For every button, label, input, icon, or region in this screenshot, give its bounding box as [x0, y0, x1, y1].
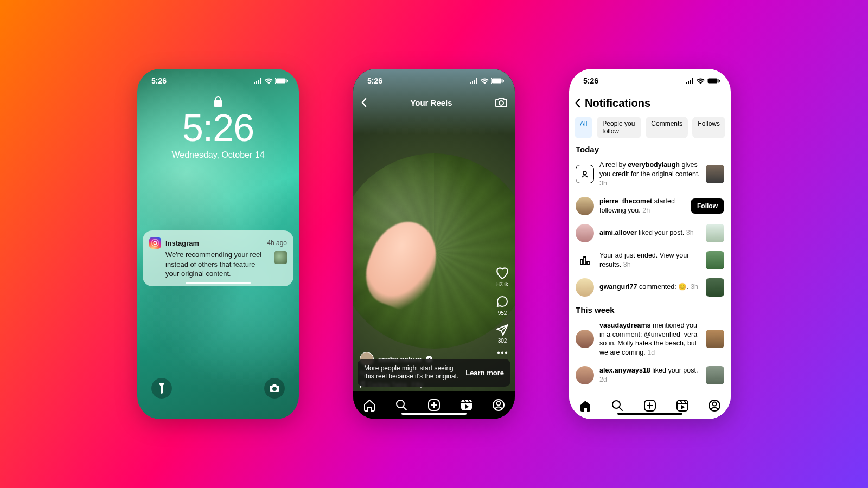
- battery-icon: [491, 78, 504, 84]
- mention-user: vasudaydreams: [599, 322, 651, 329]
- svg-rect-21: [719, 80, 720, 82]
- like2-user: alex.anyways18: [599, 367, 650, 374]
- comment-user: gwangurl77: [599, 283, 637, 291]
- notifications-list: A reel by everybodylaugh gives you credi…: [569, 156, 731, 301]
- reels-action-rail: 823k 952 302: [495, 266, 509, 354]
- home-indicator: [617, 413, 682, 415]
- toast-text: More people might start seeing this reel…: [364, 364, 460, 381]
- svg-rect-16: [461, 400, 472, 410]
- svg-point-27: [713, 402, 717, 406]
- section-thisweek: This week: [569, 301, 731, 317]
- filter-all[interactable]: All: [575, 117, 592, 138]
- back-icon[interactable]: [575, 98, 580, 108]
- notification-row-like[interactable]: aimi.allover liked your post. 3h: [576, 220, 724, 247]
- share-button[interactable]: 302: [496, 324, 509, 344]
- ad-icon: [576, 251, 594, 269]
- section-today: Today: [569, 140, 731, 156]
- share-icon: [496, 324, 509, 336]
- home-tab-icon[interactable]: [363, 399, 376, 412]
- profile-tab-icon[interactable]: [492, 399, 505, 412]
- lock-notification[interactable]: Instagram 4h ago We're recommending your…: [143, 230, 293, 286]
- comment-count: 952: [498, 310, 507, 316]
- wifi-icon: [481, 78, 489, 84]
- battery-icon: [707, 78, 720, 84]
- notification-row-ad[interactable]: Your ad just ended. View your results. 3…: [576, 247, 724, 274]
- svg-rect-2: [287, 80, 288, 82]
- cellular-icon: [254, 78, 263, 84]
- reel-credit-icon: [576, 165, 594, 183]
- tab-bar: [353, 391, 515, 419]
- original-content-toast: More people might start seeing this reel…: [358, 359, 510, 387]
- like-button[interactable]: 823k: [495, 266, 509, 287]
- notification-row-follow[interactable]: pierre_thecomet started following you. 2…: [576, 192, 724, 220]
- battery-icon: [275, 78, 288, 84]
- comment-icon: [496, 295, 509, 308]
- mention-ago: 1d: [647, 349, 655, 356]
- svg-rect-8: [503, 80, 504, 82]
- status-time: 5:26: [151, 76, 167, 85]
- comment-post: commented: 😊.: [637, 283, 688, 291]
- home-indicator: [186, 282, 251, 284]
- camera-icon: [270, 384, 279, 392]
- notification-thumbnail: [706, 366, 724, 384]
- comment-button[interactable]: 952: [496, 295, 509, 316]
- svg-rect-25: [677, 400, 688, 411]
- notification-row-mention[interactable]: vasudaydreams mentioned you in a comment…: [576, 317, 724, 362]
- search-tab-icon[interactable]: [395, 399, 408, 412]
- camera-icon[interactable]: [495, 97, 507, 108]
- notification-thumbnail: [274, 251, 287, 264]
- status-time: 5:26: [367, 76, 382, 85]
- tab-bar: [569, 391, 731, 419]
- follow-user: pierre_thecomet: [599, 197, 652, 205]
- notification-thumbnail: [706, 330, 724, 348]
- ad-ago: 3h: [623, 261, 631, 268]
- notification-thumbnail: [706, 251, 724, 269]
- like1-user: aimi.allover: [599, 229, 637, 236]
- profile-tab-icon[interactable]: [708, 399, 721, 412]
- reels-header-title: Your Reels: [410, 98, 452, 107]
- notification-app-name: Instagram: [165, 239, 199, 247]
- notifications-header: Notifications: [569, 93, 731, 113]
- heart-icon: [495, 266, 509, 279]
- filter-comments[interactable]: Comments: [646, 117, 688, 138]
- credit-user: everybodylaugh: [628, 161, 680, 169]
- reels-tab-icon[interactable]: [460, 399, 473, 412]
- back-icon[interactable]: [361, 98, 367, 107]
- home-tab-icon[interactable]: [579, 399, 592, 412]
- camera-button[interactable]: [264, 378, 285, 399]
- follow-button[interactable]: Follow: [691, 198, 724, 214]
- like-count: 823k: [496, 281, 508, 287]
- search-tab-icon[interactable]: [611, 399, 624, 412]
- notification-row-credit[interactable]: A reel by everybodylaugh gives you credi…: [576, 156, 724, 192]
- credit-pre: A reel by: [599, 161, 628, 169]
- notification-thumbnail: [706, 224, 724, 242]
- notification-row-like[interactable]: alex.anyways18 liked your post. 2d: [576, 362, 724, 389]
- flashlight-button[interactable]: [151, 378, 172, 399]
- home-indicator: [401, 413, 467, 415]
- notification-time: 4h ago: [267, 239, 287, 247]
- svg-rect-1: [276, 79, 286, 84]
- reels-phone: 5:26 Your Reels 823k 952 302: [353, 69, 515, 419]
- follow-ago: 2h: [642, 207, 650, 214]
- avatar: [576, 366, 594, 384]
- learn-more-button[interactable]: Learn more: [465, 369, 504, 377]
- share-count: 302: [498, 338, 507, 344]
- create-tab-icon[interactable]: [427, 399, 441, 412]
- notification-thumbnail: [706, 165, 724, 183]
- filter-follows[interactable]: Follows: [692, 117, 725, 138]
- flashlight-icon: [158, 383, 165, 394]
- comment-ago: 3h: [691, 283, 698, 291]
- status-bar: 5:26: [137, 69, 299, 93]
- like1-ago: 3h: [686, 229, 694, 236]
- reels-tab-icon[interactable]: [676, 399, 689, 412]
- like2-post: liked your post.: [650, 367, 698, 374]
- like1-post: liked your post.: [637, 229, 685, 236]
- notification-row-comment[interactable]: gwangurl77 commented: 😊. 3h: [576, 274, 724, 301]
- avatar: [576, 330, 594, 348]
- filter-people-you-follow[interactable]: People you follow: [597, 117, 641, 138]
- svg-point-18: [497, 402, 501, 406]
- status-bar: 5:26: [569, 69, 731, 93]
- lock-time: 5:26: [137, 109, 299, 147]
- status-time: 5:26: [583, 76, 598, 85]
- create-tab-icon[interactable]: [643, 399, 656, 412]
